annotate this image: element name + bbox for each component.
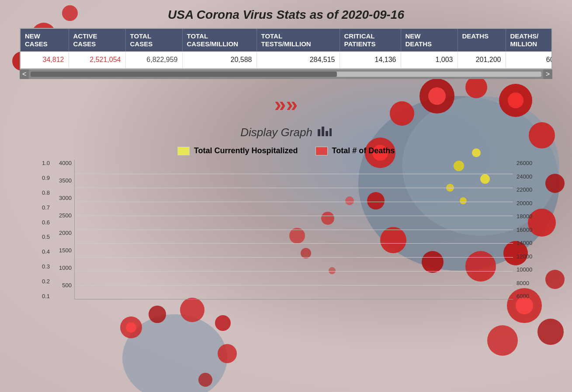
- legend-color-red: [315, 147, 328, 155]
- th-active-cases: ACTIVECASES: [69, 29, 125, 52]
- legend-label-deaths: Total # of Deaths: [332, 146, 395, 155]
- page-title: USA Corona Virus Stats as of 2020-09-16: [0, 0, 572, 28]
- th-deaths-million: DEATHS/MILLION: [506, 29, 552, 52]
- cell-new-deaths: 1,003: [401, 52, 458, 69]
- svg-point-30: [149, 306, 166, 323]
- scroll-thumb: [31, 72, 337, 77]
- cell-deaths-million: 607: [506, 52, 552, 69]
- scroll-track[interactable]: [31, 72, 541, 77]
- svg-rect-46: [322, 127, 324, 136]
- display-graph-button[interactable]: Display Graph: [240, 125, 332, 140]
- svg-point-32: [215, 315, 231, 331]
- th-new-deaths: NEWDEATHS: [401, 29, 458, 52]
- legend: Total Currently Hospitalized Total # of …: [0, 146, 572, 155]
- table-header-row: NEWCASES ACTIVECASES TOTALCASES TOTALCAS…: [21, 29, 552, 52]
- th-total-cases-million: TOTALCASES/MILLION: [182, 29, 257, 52]
- svg-point-42: [537, 319, 564, 345]
- legend-label-hospitalized: Total Currently Hospitalized: [194, 146, 298, 155]
- svg-point-41: [516, 297, 533, 314]
- chart-area: 1.0 0.9 0.8 0.7 0.6 0.5 0.4 0.3 0.2 0.1 …: [0, 160, 572, 299]
- legend-item-hospitalized: Total Currently Hospitalized: [177, 146, 298, 155]
- cell-critical-patients: 14,136: [340, 52, 401, 69]
- th-new-cases: NEWCASES: [21, 29, 69, 52]
- svg-point-43: [487, 325, 518, 356]
- bar-chart-icon: [317, 125, 332, 140]
- display-graph-container: Display Graph: [0, 125, 572, 140]
- svg-point-29: [126, 322, 136, 333]
- cell-total-cases-million: 20,588: [182, 52, 257, 69]
- svg-point-31: [180, 298, 205, 322]
- legend-color-yellow: [177, 147, 190, 155]
- th-deaths: DEATHS: [458, 29, 506, 52]
- y-axis-left: 1.0 0.9 0.8 0.7 0.6 0.5 0.4 0.3 0.2 0.1: [35, 160, 52, 299]
- chevron-right-icon[interactable]: »»: [274, 93, 298, 116]
- chevron-container: »»: [0, 92, 572, 116]
- cell-deaths: 201,200: [458, 52, 506, 69]
- svg-rect-48: [329, 128, 332, 136]
- chart-body: [74, 160, 513, 299]
- scroll-bar: < >: [20, 69, 552, 79]
- th-critical-patients: CRITICALPATIENTS: [340, 29, 401, 52]
- svg-point-28: [120, 316, 142, 338]
- svg-point-33: [218, 344, 237, 363]
- svg-rect-45: [318, 129, 320, 136]
- scroll-right-arrow[interactable]: >: [543, 69, 552, 79]
- svg-point-27: [122, 314, 227, 392]
- cell-new-cases: 34,812: [21, 52, 69, 69]
- y-axis-right: 26000 24000 22000 20000 18000 16000 1400…: [513, 160, 537, 299]
- svg-point-34: [198, 373, 212, 387]
- cell-total-cases: 6,822,959: [125, 52, 182, 69]
- svg-rect-47: [326, 131, 328, 136]
- bars-container: [75, 160, 513, 299]
- th-total-tests-million: TOTALTESTS/MILLION: [257, 29, 340, 52]
- table-row: 34,812 2,521,054 6,822,959 20,588 284,51…: [21, 52, 552, 69]
- stats-table-wrapper: NEWCASES ACTIVECASES TOTALCASES TOTALCAS…: [20, 28, 552, 69]
- cell-total-tests-million: 284,515: [257, 52, 340, 69]
- scroll-left-arrow[interactable]: <: [20, 69, 29, 79]
- stats-table: NEWCASES ACTIVECASES TOTALCASES TOTALCAS…: [21, 29, 552, 69]
- y-axis-left2: 4000 3500 3000 2500 2000 1500 1000 500: [52, 160, 74, 299]
- display-graph-label: Display Graph: [240, 126, 312, 139]
- legend-item-deaths: Total # of Deaths: [315, 146, 395, 155]
- th-total-cases: TOTALCASES: [125, 29, 182, 52]
- cell-active-cases: 2,521,054: [69, 52, 125, 69]
